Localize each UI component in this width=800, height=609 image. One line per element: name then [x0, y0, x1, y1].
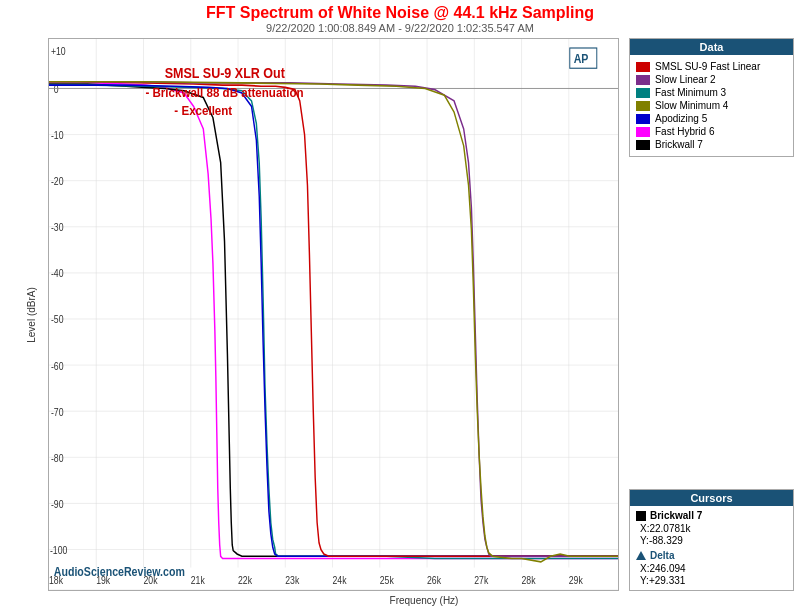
svg-text:23k: 23k [285, 575, 299, 587]
svg-text:-90: -90 [51, 498, 64, 510]
y-axis-label: Level (dBrA) [26, 287, 37, 343]
title-area: FFT Spectrum of White Noise @ 44.1 kHz S… [0, 0, 800, 34]
subtitle: 9/22/2020 1:00:08.849 AM - 9/22/2020 1:0… [0, 22, 800, 34]
svg-text:28k: 28k [522, 575, 536, 587]
legend-label-4: Slow Minimum 4 [655, 100, 728, 111]
legend-item-5: Apodizing 5 [636, 113, 787, 124]
delta-label: Delta [650, 550, 674, 561]
chart-area: Level (dBrA) [0, 34, 625, 595]
svg-text:AudioScienceReview.com: AudioScienceReview.com [54, 566, 185, 579]
chart-svg: +10 0 -10 -20 -30 -40 -50 -60 -70 -80 -9… [49, 39, 618, 590]
legend-label-3: Fast Minimum 3 [655, 87, 726, 98]
main-container: FFT Spectrum of White Noise @ 44.1 kHz S… [0, 0, 800, 609]
legend-item-1: SMSL SU-9 Fast Linear [636, 61, 787, 72]
svg-text:26k: 26k [427, 575, 441, 587]
legend-color-5 [636, 114, 650, 124]
legend-item-6: Fast Hybrid 6 [636, 126, 787, 137]
svg-text:+10: +10 [51, 45, 66, 57]
legend-item-3: Fast Minimum 3 [636, 87, 787, 98]
delta-y: Y:+29.331 [640, 575, 787, 586]
legend-box: Data SMSL SU-9 Fast Linear Slow Linear 2… [629, 38, 794, 157]
legend-content: SMSL SU-9 Fast Linear Slow Linear 2 Fast… [630, 55, 793, 156]
cursors-box: Cursors Brickwall 7 X:22.0781k Y:-88.329… [629, 489, 794, 591]
delta-x: X:246.094 [640, 563, 787, 574]
svg-text:- Brickwall 88 dB attenuation: - Brickwall 88 dB attenuation [145, 86, 303, 101]
delta-triangle-icon [636, 551, 646, 560]
svg-text:SMSL SU-9 XLR Out: SMSL SU-9 XLR Out [165, 65, 286, 81]
svg-text:-10: -10 [51, 129, 64, 141]
spacer [629, 163, 794, 483]
svg-text:-30: -30 [51, 222, 64, 234]
x-axis-title: Frequency (Hz) [54, 595, 794, 606]
legend-item-4: Slow Minimum 4 [636, 100, 787, 111]
bottom-area: Frequency (Hz) [0, 595, 800, 609]
cursor1-label: Brickwall 7 [650, 510, 702, 521]
legend-label-5: Apodizing 5 [655, 113, 707, 124]
legend-label-2: Slow Linear 2 [655, 74, 716, 85]
cursor1-x: X:22.0781k [640, 523, 787, 534]
legend-label-6: Fast Hybrid 6 [655, 126, 714, 137]
cursor1-title: Brickwall 7 [636, 510, 787, 521]
legend-label-7: Brickwall 7 [655, 139, 703, 150]
legend-color-1 [636, 62, 650, 72]
legend-color-3 [636, 88, 650, 98]
svg-text:-70: -70 [51, 406, 64, 418]
legend-color-6 [636, 127, 650, 137]
svg-text:-100: -100 [50, 544, 67, 556]
main-title: FFT Spectrum of White Noise @ 44.1 kHz S… [0, 4, 800, 22]
legend-color-2 [636, 75, 650, 85]
svg-text:27k: 27k [474, 575, 488, 587]
svg-text:29k: 29k [569, 575, 583, 587]
right-panel: Data SMSL SU-9 Fast Linear Slow Linear 2… [625, 34, 800, 595]
cursor1-y: Y:-88.329 [640, 535, 787, 546]
legend-color-7 [636, 140, 650, 150]
svg-text:-80: -80 [51, 452, 64, 464]
svg-text:-50: -50 [51, 314, 64, 326]
cursors-header: Cursors [630, 490, 793, 506]
svg-text:22k: 22k [238, 575, 252, 587]
svg-text:-40: -40 [51, 268, 64, 280]
svg-text:-20: -20 [51, 176, 64, 188]
svg-text:25k: 25k [380, 575, 394, 587]
svg-text:-60: -60 [51, 360, 64, 372]
legend-item-7: Brickwall 7 [636, 139, 787, 150]
legend-header: Data [630, 39, 793, 55]
cursors-content: Brickwall 7 X:22.0781k Y:-88.329 Delta X… [630, 506, 793, 590]
content-row: Level (dBrA) [0, 34, 800, 595]
svg-text:- Excellent: - Excellent [174, 104, 233, 119]
svg-text:21k: 21k [191, 575, 205, 587]
cursor-square-icon [636, 511, 646, 521]
svg-text:24k: 24k [333, 575, 347, 587]
legend-label-1: SMSL SU-9 Fast Linear [655, 61, 760, 72]
delta-title: Delta [636, 550, 787, 561]
legend-item-2: Slow Linear 2 [636, 74, 787, 85]
chart-inner: +10 0 -10 -20 -30 -40 -50 -60 -70 -80 -9… [48, 38, 619, 591]
svg-text:AP: AP [574, 52, 589, 65]
legend-color-4 [636, 101, 650, 111]
